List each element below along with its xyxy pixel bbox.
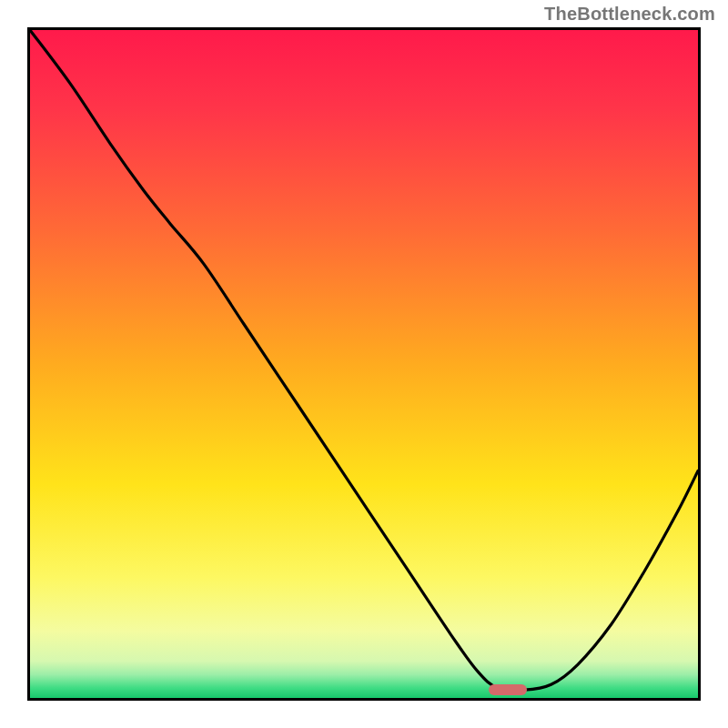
bottleneck-curve <box>30 30 698 698</box>
optimal-marker <box>489 684 527 695</box>
watermark-text: TheBottleneck.com <box>544 4 715 25</box>
chart-container: TheBottleneck.com <box>0 0 728 728</box>
plot-frame <box>27 27 701 701</box>
